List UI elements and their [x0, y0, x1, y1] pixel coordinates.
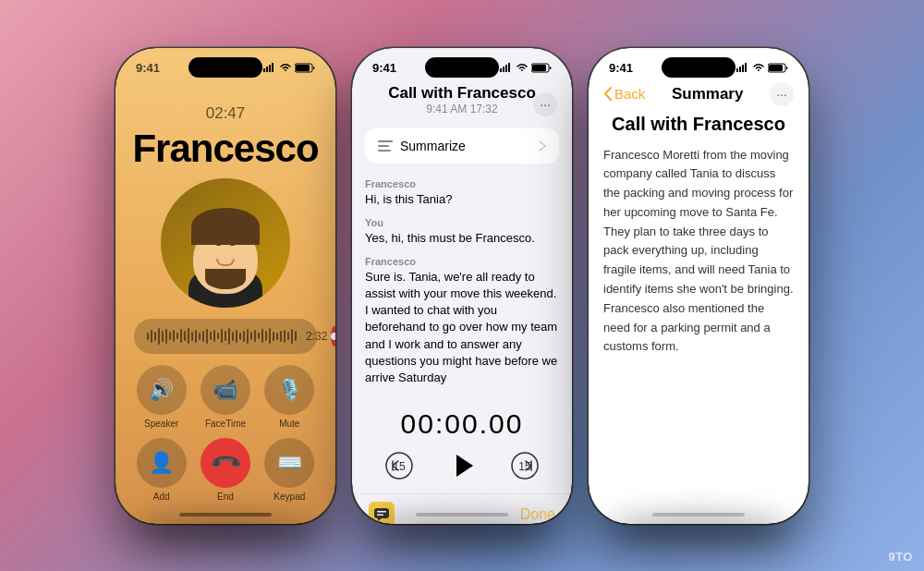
call-timer: 02:47: [116, 104, 335, 123]
more-options-button[interactable]: ···: [533, 92, 557, 116]
rewind-icon: 15: [385, 452, 413, 480]
wave-line: [180, 329, 182, 343]
mute-icon: 🎙️: [264, 365, 314, 415]
dynamic-island-3: [662, 57, 736, 78]
rewind-button[interactable]: 15: [383, 449, 416, 482]
mute-button[interactable]: 🎙️ Mute: [262, 365, 317, 429]
call-duration: 2:32: [306, 330, 327, 343]
wave-line: [236, 330, 237, 343]
wave-line: [202, 331, 204, 342]
wave-line: [151, 330, 152, 343]
wave-line: [188, 328, 189, 344]
msg-speaker-0: Francesco: [365, 178, 559, 189]
svg-rect-20: [374, 508, 389, 518]
wave-line: [176, 333, 178, 339]
dynamic-island-2: [425, 57, 499, 78]
keypad-button[interactable]: ⌨️ Keypad: [262, 438, 317, 502]
play-icon: [445, 449, 479, 482]
svg-rect-0: [263, 68, 265, 72]
transcript-footer: Done: [352, 493, 572, 523]
svg-rect-7: [500, 68, 502, 72]
wave-lines: [147, 328, 297, 345]
wifi-icon-2: [517, 63, 528, 72]
wave-line: [239, 333, 241, 340]
playback-controls: 15 15: [352, 445, 572, 486]
wave-line: [195, 330, 197, 343]
chevron-left-icon: [603, 87, 612, 101]
wave-line: [147, 333, 149, 340]
svg-rect-3: [272, 63, 274, 72]
keypad-label: Keypad: [274, 492, 305, 502]
status-time-3: 9:41: [609, 61, 633, 75]
wave-line: [162, 331, 164, 342]
svg-rect-15: [378, 150, 391, 152]
svg-rect-24: [739, 67, 741, 72]
forward-button[interactable]: 15: [508, 449, 541, 482]
svg-rect-13: [378, 140, 393, 142]
add-label: Add: [153, 492, 170, 502]
add-button[interactable]: 👤 Add: [134, 438, 188, 502]
wave-line: [221, 329, 223, 343]
home-indicator-1: [179, 513, 272, 516]
home-indicator-3: [652, 513, 745, 516]
wave-line: [295, 331, 297, 341]
svg-rect-22: [377, 515, 383, 516]
wave-line: [217, 333, 219, 339]
svg-rect-1: [266, 67, 268, 72]
transcript-title: Call with Francesco: [367, 84, 557, 103]
call-buttons-grid: 🔊 Speaker 📹 FaceTime 🎙️ Mute 👤 Add 📞 End…: [116, 354, 335, 502]
status-icons-3: [736, 63, 788, 73]
done-button[interactable]: Done: [520, 506, 555, 523]
avatar-container: [116, 178, 335, 308]
wave-line: [232, 332, 234, 341]
wave-line: [169, 332, 171, 340]
svg-rect-14: [378, 145, 389, 147]
chat-icon: [374, 508, 389, 521]
home-indicator-2: [416, 513, 508, 516]
speaker-button[interactable]: 🔊 Speaker: [134, 365, 188, 429]
signal-icon-2: [500, 63, 513, 72]
summarize-label: Summarize: [378, 139, 466, 153]
play-button[interactable]: [442, 445, 482, 486]
speaker-label: Speaker: [144, 419, 178, 429]
wave-line: [269, 328, 271, 344]
summarize-text: Summarize: [400, 139, 466, 153]
summarize-row[interactable]: Summarize: [365, 128, 559, 164]
avatar: [161, 178, 290, 308]
keypad-icon: ⌨️: [264, 438, 314, 488]
msg-speaker-2: Francesco: [365, 256, 559, 267]
wave-line: [280, 331, 282, 342]
lines-icon: [378, 140, 393, 152]
summary-nav: Back Summary ···: [589, 79, 808, 114]
caller-name: Francesco: [116, 127, 335, 171]
status-icons-1: [263, 63, 315, 73]
wave-line: [276, 333, 278, 340]
msg-speaker-1: You: [365, 217, 559, 228]
nav-title: Summary: [672, 85, 743, 103]
wave-line: [210, 332, 212, 340]
battery-icon-1: [295, 63, 315, 73]
svg-rect-8: [503, 67, 505, 72]
speaker-icon: 🔊: [137, 365, 187, 415]
status-time-1: 9:41: [136, 61, 160, 75]
phone-2-screen: 9:41: [352, 48, 572, 524]
wave-line: [291, 329, 293, 344]
nav-more-button[interactable]: ···: [770, 82, 794, 106]
svg-point-6: [331, 333, 335, 340]
chat-button[interactable]: [369, 502, 395, 523]
waveform-bar: 2:32: [134, 319, 317, 354]
end-button[interactable]: 📞 End: [198, 438, 252, 502]
facetime-button[interactable]: 📹 FaceTime: [198, 365, 252, 429]
status-icons-2: [500, 63, 552, 73]
phone-3: 9:41: [589, 48, 808, 524]
wave-line: [165, 329, 167, 344]
wave-line: [284, 330, 286, 343]
wave-line: [254, 330, 256, 342]
wave-line: [199, 333, 201, 340]
back-button[interactable]: Back: [603, 86, 645, 102]
svg-rect-23: [736, 68, 738, 72]
record-button[interactable]: [331, 326, 335, 346]
svg-rect-26: [745, 63, 747, 72]
svg-rect-28: [769, 65, 783, 71]
status-time-2: 9:41: [372, 61, 396, 75]
